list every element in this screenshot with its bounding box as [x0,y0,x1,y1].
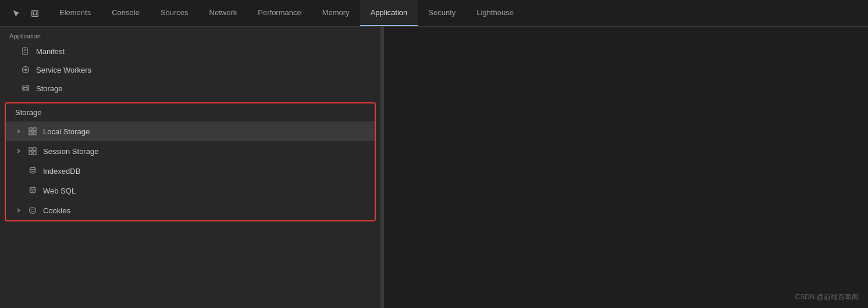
nav-tab-application[interactable]: Application [360,0,418,26]
storage-item-indexeddb[interactable]: IndexedDB [6,161,375,181]
nav-tab-network[interactable]: Network [199,0,248,26]
svg-point-12 [23,85,29,88]
cookie-icon [28,206,37,215]
storage-items-list: Local Storage Session Storage IndexedDB [6,121,375,220]
storage-item-cookies[interactable]: Cookies [6,200,375,220]
manifest-label: Manifest [36,47,65,56]
manifest-icon [21,46,30,56]
nav-tab-console[interactable]: Console [101,0,150,26]
svg-point-24 [31,209,32,210]
storage-item-label: IndexedDB [43,167,80,176]
svg-rect-18 [33,148,36,151]
inspect-icon-btn[interactable] [27,5,43,22]
svg-point-22 [30,187,35,189]
main-content: Application Manifest [0,27,868,308]
nav-tabs: ElementsConsoleSourcesNetworkPerformance… [49,0,524,26]
svg-rect-15 [29,132,32,135]
grid-icon [28,146,37,156]
grid-icon [28,127,37,136]
storage-item-label: Session Storage [43,147,98,156]
storage-item-label: Local Storage [43,127,90,136]
chevron-right-icon [15,128,22,135]
app-section-header: Application [0,27,380,42]
nav-tab-lighthouse[interactable]: Lighthouse [466,0,524,26]
svg-point-25 [33,209,34,210]
storage-item-label: Cookies [43,206,70,215]
sidebar: Application Manifest [0,27,384,308]
svg-point-26 [31,211,33,212]
cursor-icon-btn[interactable] [8,5,24,22]
svg-rect-16 [33,132,36,135]
storage-section-box: Storage Local Storage Session Storage [5,102,376,221]
storage-top-label: Storage [36,84,63,93]
sidebar-item-manifest[interactable]: Manifest [0,42,380,60]
top-nav: ElementsConsoleSourcesNetworkPerformance… [0,0,868,27]
svg-rect-17 [29,148,32,151]
svg-rect-13 [29,128,32,131]
chevron-right-icon [15,207,22,214]
sidebar-item-storage[interactable]: Storage [0,79,380,98]
chevron-right-icon [15,148,22,155]
right-panel [384,27,868,308]
storage-item-label: Web SQL [43,187,76,195]
nav-tab-sources[interactable]: Sources [150,0,199,26]
svg-rect-1 [33,12,36,15]
svg-rect-0 [32,10,38,16]
storage-item-session-storage[interactable]: Session Storage [6,141,375,161]
nav-tab-memory[interactable]: Memory [312,0,360,26]
service-workers-label: Service Workers [36,66,91,74]
svg-point-23 [30,207,36,214]
svg-point-7 [24,69,27,71]
sidebar-item-service-workers[interactable]: Service Workers [0,60,380,79]
storage-icon [21,84,30,93]
svg-rect-20 [33,152,36,155]
database-icon [28,166,37,176]
nav-tab-security[interactable]: Security [418,0,466,26]
service-workers-icon [21,65,30,74]
storage-item-web-sql[interactable]: Web SQL [6,181,375,200]
svg-rect-14 [33,128,36,131]
watermark: CSDN @前端百草阁 [795,292,859,302]
svg-rect-19 [29,152,32,155]
nav-tab-performance[interactable]: Performance [247,0,311,26]
nav-icon-group [2,5,49,22]
database-icon [28,186,37,195]
storage-item-local-storage[interactable]: Local Storage [6,121,375,141]
svg-point-21 [30,167,35,170]
svg-point-27 [33,211,34,212]
storage-section-header: Storage [6,103,375,121]
nav-tab-elements[interactable]: Elements [49,0,101,26]
